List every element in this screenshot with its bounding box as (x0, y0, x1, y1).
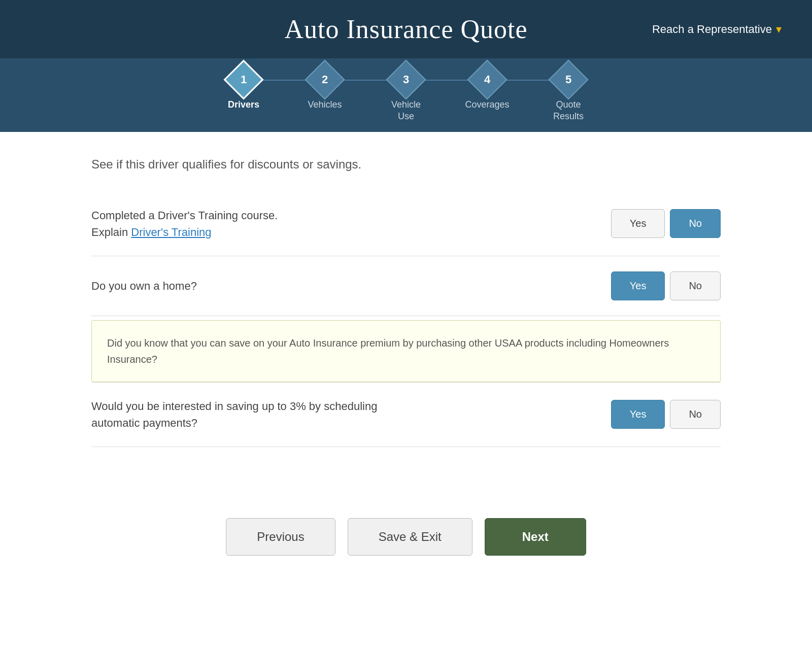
step-5-quote-results[interactable]: 5 QuoteResults (528, 65, 609, 123)
main-content: See if this driver qualifies for discoun… (51, 132, 761, 596)
intro-text: See if this driver qualifies for discoun… (91, 157, 721, 172)
step-5-label: QuoteResults (553, 99, 584, 123)
step-1-diamond: 1 (223, 59, 263, 99)
step-2-label: Vehicles (308, 99, 342, 111)
step-2-vehicles[interactable]: 2 Vehicles (284, 65, 365, 123)
drivers-training-text: Completed a Driver's Training course. Ex… (91, 207, 278, 241)
step-1-drivers[interactable]: 1 Drivers (203, 65, 284, 123)
step-3-vehicle-use[interactable]: 3 VehicleUse (365, 65, 447, 123)
next-button[interactable]: Next (485, 518, 586, 556)
save-exit-button[interactable]: Save & Exit (348, 518, 472, 556)
reach-rep-button[interactable]: Reach a Representative ▾ (652, 23, 782, 36)
own-home-no-button[interactable]: No (670, 271, 721, 300)
step-5-diamond: 5 (548, 59, 588, 99)
step-4-diamond: 4 (467, 59, 507, 99)
page-title: Auto Insurance Quote (284, 14, 527, 44)
homeowners-info-box: Did you know that you can save on your A… (91, 320, 721, 382)
auto-payments-question: Would you be interested in saving up to … (91, 400, 377, 429)
question-auto-payments: Would you be interested in saving up to … (91, 383, 721, 447)
step-5-number: 5 (565, 73, 571, 86)
drivers-training-no-button[interactable]: No (670, 209, 721, 238)
step-1-number: 1 (241, 73, 247, 86)
previous-button[interactable]: Previous (226, 518, 335, 556)
drivers-training-explain-prefix: Explain (91, 226, 131, 238)
auto-payments-buttons: Yes No (611, 400, 721, 429)
info-box-text: Did you know that you can save on your A… (107, 337, 669, 365)
drivers-training-yes-button[interactable]: Yes (611, 209, 665, 238)
auto-payments-yes-button[interactable]: Yes (611, 400, 665, 429)
step-2-number: 2 (322, 73, 328, 86)
auto-payments-no-button[interactable]: No (670, 400, 721, 429)
own-home-question: Do you own a home? (91, 280, 197, 292)
step-4-coverages[interactable]: 4 Coverages (447, 65, 528, 123)
step-2-diamond: 2 (304, 59, 345, 99)
own-home-buttons: Yes No (611, 271, 721, 300)
auto-payments-text: Would you be interested in saving up to … (91, 398, 396, 431)
drivers-training-buttons: Yes No (611, 209, 721, 238)
step-4-number: 4 (484, 73, 490, 86)
step-3-diamond: 3 (386, 59, 426, 99)
drivers-training-link[interactable]: Driver's Training (131, 226, 211, 238)
progress-steps: 1 Drivers 2 Vehicles 3 VehicleUse 4 Cove… (0, 58, 812, 132)
reach-rep-label: Reach a Representative (652, 23, 772, 36)
own-home-yes-button[interactable]: Yes (611, 271, 665, 300)
drivers-training-question: Completed a Driver's Training course. (91, 209, 278, 222)
own-home-text: Do you own a home? (91, 278, 197, 294)
page-header: Auto Insurance Quote Reach a Representat… (0, 0, 812, 58)
step-1-label: Drivers (228, 99, 259, 111)
bottom-nav: Previous Save & Exit Next (91, 488, 721, 576)
question-drivers-training: Completed a Driver's Training course. Ex… (91, 192, 721, 256)
reach-rep-icon: ▾ (776, 23, 782, 36)
step-4-label: Coverages (465, 99, 509, 111)
step-3-label: VehicleUse (391, 99, 421, 123)
step-3-number: 3 (403, 73, 409, 86)
question-own-home: Do you own a home? Yes No (91, 256, 721, 316)
